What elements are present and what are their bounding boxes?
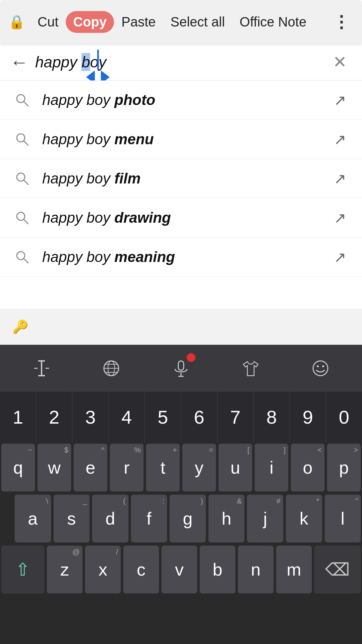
key-8[interactable]: 8 — [254, 392, 290, 442]
cursor-handle — [86, 50, 110, 84]
arrow-icon[interactable]: ↗ — [330, 208, 350, 228]
suggestion-text: happy boy meaning — [42, 249, 330, 265]
suggestion-item[interactable]: happy boy drawing ↗ — [0, 198, 362, 237]
key-sub-e: ^ — [101, 446, 105, 454]
emoji-button[interactable] — [302, 350, 339, 387]
key-label-y: y — [195, 458, 203, 478]
key-z[interactable]: @z — [47, 545, 83, 594]
key-a[interactable]: \a — [14, 494, 51, 543]
key-r[interactable]: %r — [110, 443, 144, 492]
svg-point-24 — [317, 365, 319, 367]
svg-line-9 — [24, 259, 28, 263]
key-e[interactable]: ^e — [73, 443, 108, 492]
voice-record-button[interactable] — [163, 350, 199, 387]
key-4[interactable]: 4 — [109, 392, 145, 442]
suggestion-bold: menu — [114, 131, 154, 147]
key-d[interactable]: (d — [92, 494, 129, 543]
shift-key[interactable]: ⇧ — [1, 545, 45, 594]
key-label-t: t — [161, 458, 165, 478]
svg-rect-20 — [178, 361, 184, 370]
suggestion-text: happy boy menu — [42, 131, 330, 148]
key-sub-y: = — [209, 446, 213, 454]
suggestion-text: happy boy photo — [42, 92, 330, 108]
more-options-button[interactable]: ⋮ — [328, 9, 355, 35]
key-s[interactable]: _s — [53, 494, 90, 543]
key-w[interactable]: $w — [37, 443, 71, 492]
copy-button[interactable]: Copy — [66, 11, 114, 33]
key-label-a: a — [28, 508, 38, 529]
select-all-button[interactable]: Select all — [163, 11, 232, 33]
paste-button[interactable]: Paste — [114, 11, 163, 33]
key-label-m: m — [287, 559, 301, 580]
key-k[interactable]: *k — [286, 494, 322, 543]
key-2[interactable]: 2 — [36, 392, 72, 442]
search-icon — [12, 247, 32, 267]
key-o[interactable]: <o — [291, 443, 325, 492]
password-key-button[interactable]: 🔑 — [7, 313, 34, 340]
key-sub-p: > — [354, 446, 358, 454]
key-label-k: k — [300, 508, 308, 529]
key-3[interactable]: 3 — [72, 392, 109, 442]
arrow-icon[interactable]: ↗ — [330, 90, 350, 110]
key-f[interactable]: :f — [131, 494, 168, 543]
search-input-area[interactable]: happy boy — [35, 53, 328, 71]
key-p[interactable]: >p — [327, 443, 361, 492]
search-icon — [12, 208, 32, 228]
context-menu-items: Cut Copy Paste Select all Office Note — [30, 11, 328, 33]
key-sub-t: + — [173, 446, 177, 454]
key-v[interactable]: v — [161, 545, 197, 594]
clear-button[interactable]: ✕ — [328, 51, 352, 73]
key-t[interactable]: +t — [146, 443, 180, 492]
key-q[interactable]: ~q — [1, 443, 35, 492]
arrow-icon[interactable]: ↗ — [330, 129, 350, 149]
arrow-icon[interactable]: ↗ — [330, 247, 350, 267]
key-1[interactable]: 1 — [0, 392, 36, 442]
keyboard: 🔑 — [0, 309, 362, 644]
suggestion-item[interactable]: happy boy menu ↗ — [0, 120, 362, 159]
key-x[interactable]: /x — [85, 545, 121, 594]
text-cursor-button[interactable] — [23, 350, 60, 387]
suggestion-item[interactable]: happy boy photo ↗ — [0, 80, 362, 120]
keyboard-row-1: ~q $w ^e %r +t =y [u ]i <o >p — [0, 442, 362, 493]
record-indicator — [187, 353, 195, 362]
globe-button[interactable] — [93, 350, 130, 387]
key-sub-a: \ — [46, 497, 48, 505]
key-y[interactable]: =y — [182, 443, 216, 492]
key-label-p: p — [339, 458, 349, 478]
key-sub-w: $ — [64, 446, 68, 454]
key-label-n: n — [251, 559, 261, 580]
key-h[interactable]: &h — [208, 494, 245, 543]
key-c[interactable]: c — [123, 545, 159, 594]
key-l[interactable]: "l — [324, 494, 361, 543]
key-g[interactable]: )g — [169, 494, 206, 543]
cut-button[interactable]: Cut — [30, 11, 66, 33]
suggestion-item[interactable]: happy boy film ↗ — [0, 159, 362, 198]
key-sub-z: @ — [72, 548, 80, 556]
key-i[interactable]: ]i — [254, 443, 289, 492]
key-9[interactable]: 9 — [290, 392, 326, 442]
backspace-key[interactable]: ⌫ — [314, 545, 361, 594]
key-7[interactable]: 7 — [218, 392, 254, 442]
back-button[interactable]: ← — [10, 51, 28, 73]
key-0[interactable]: 0 — [326, 392, 362, 442]
svg-line-5 — [24, 180, 28, 184]
suggestion-bold: film — [114, 170, 140, 186]
arrow-icon[interactable]: ↗ — [330, 168, 350, 189]
key-m[interactable]: m — [276, 545, 312, 594]
key-b[interactable]: b — [199, 545, 236, 594]
office-note-button[interactable]: Office Note — [232, 11, 314, 33]
key-label-r: r — [124, 458, 129, 478]
key-j[interactable]: #j — [247, 494, 284, 543]
suggestion-bold: meaning — [114, 249, 175, 265]
key-sub-h: & — [237, 497, 242, 505]
key-n[interactable]: n — [238, 545, 274, 594]
number-row: 1 2 3 4 5 6 7 8 9 0 — [0, 392, 362, 442]
key-6[interactable]: 6 — [181, 392, 217, 442]
key-u[interactable]: [u — [218, 443, 252, 492]
shirt-button[interactable] — [232, 350, 269, 387]
suggestion-item[interactable]: happy boy meaning ↗ — [0, 237, 362, 277]
key-sub-x: / — [116, 548, 118, 556]
key-5[interactable]: 5 — [145, 392, 181, 442]
key-sub-u: [ — [247, 446, 249, 454]
keyboard-row-3: ⇧ @z /x c v b n m ⌫ — [0, 544, 362, 595]
